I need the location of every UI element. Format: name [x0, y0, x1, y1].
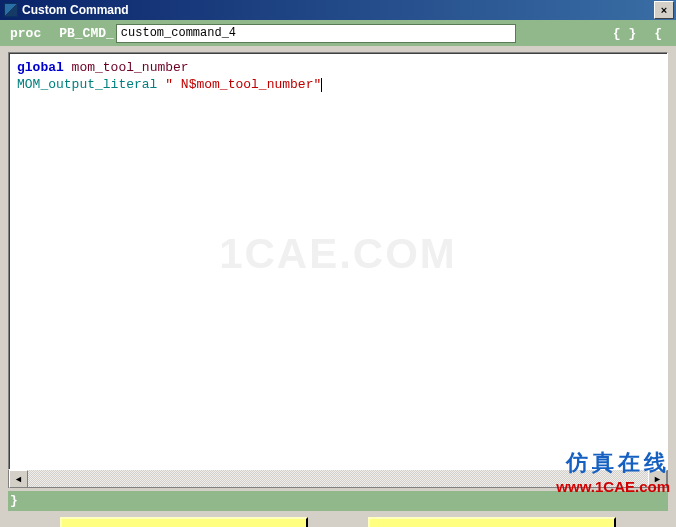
window-title: Custom Command [22, 3, 654, 17]
horizontal-scrollbar[interactable]: ◄ ► [8, 470, 668, 488]
scroll-left-button[interactable]: ◄ [9, 470, 28, 488]
scroll-right-button[interactable]: ► [648, 470, 667, 488]
brace-close-label: } [8, 493, 18, 508]
custom-command-window: Custom Command × proc PB_CMD_ custom_com… [0, 0, 676, 527]
action-button-right[interactable] [368, 517, 616, 527]
token-var-mom-tool-number: mom_tool_number [64, 60, 189, 75]
app-icon [4, 3, 18, 17]
code-line-2: MOM_output_literal " N$mom_tool_number" [17, 76, 659, 93]
button-row [0, 511, 676, 527]
editor-area: 1CAE.COM global mom_tool_number MOM_outp… [8, 52, 668, 488]
code-editor[interactable]: 1CAE.COM global mom_tool_number MOM_outp… [8, 52, 668, 470]
token-string-literal: " N$mom_tool_number" [157, 77, 321, 92]
proc-toolbar: proc PB_CMD_ custom_command_4 { } { [0, 20, 676, 46]
close-button[interactable]: × [654, 1, 674, 19]
code-line-1: global mom_tool_number [17, 59, 659, 76]
proc-keyword: proc [10, 26, 41, 41]
text-caret [321, 78, 322, 92]
closing-brace-bar: } [8, 491, 668, 511]
brace-open-label: { [654, 26, 662, 41]
token-keyword-global: global [17, 60, 64, 75]
scroll-track[interactable] [28, 470, 648, 487]
action-button-left[interactable] [60, 517, 308, 527]
watermark-text: 1CAE.COM [219, 244, 457, 261]
brace-pair-label: { } [613, 26, 636, 41]
proc-prefix: PB_CMD_ [59, 26, 114, 41]
command-name-input[interactable]: custom_command_4 [116, 24, 516, 43]
token-fn-mom-output-literal: MOM_output_literal [17, 77, 157, 92]
titlebar[interactable]: Custom Command × [0, 0, 676, 20]
